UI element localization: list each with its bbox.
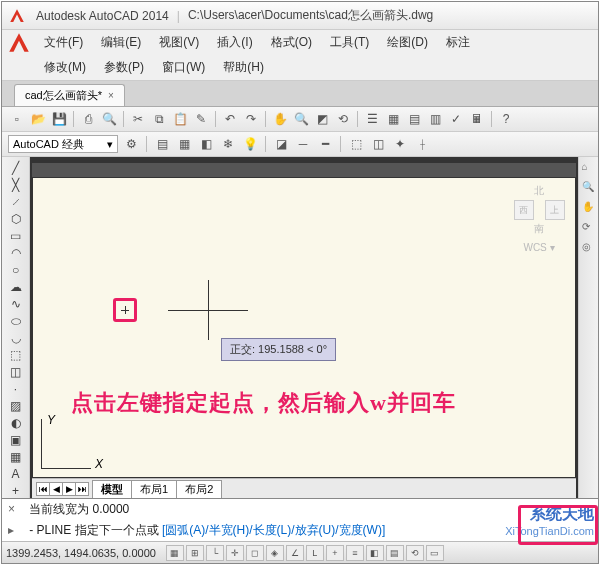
menu-format[interactable]: 格式(O) — [269, 32, 314, 53]
region-tool-icon[interactable]: ▣ — [6, 433, 26, 447]
design-center-icon[interactable]: ▦ — [384, 110, 402, 128]
layout-tab-layout1[interactable]: 布局1 — [131, 480, 177, 498]
menu-draw[interactable]: 绘图(D) — [385, 32, 430, 53]
zoom-window-icon[interactable]: ◩ — [313, 110, 331, 128]
insert-block-tool-icon[interactable]: ⬚ — [6, 348, 26, 362]
print-icon[interactable]: ⎙ — [79, 110, 97, 128]
copy-icon[interactable]: ⧉ — [150, 110, 168, 128]
app-menu-button[interactable] — [6, 30, 34, 58]
layout-nav-prev-icon[interactable]: ◀ — [49, 482, 63, 496]
lineweight-display-icon[interactable]: ≡ — [346, 545, 364, 561]
transparency-icon[interactable]: ◧ — [366, 545, 384, 561]
osnap-mode-icon[interactable]: ◻ — [246, 545, 264, 561]
table-tool-icon[interactable]: ▦ — [6, 450, 26, 464]
cut-icon[interactable]: ✂ — [129, 110, 147, 128]
properties-icon[interactable]: ☰ — [363, 110, 381, 128]
xline-tool-icon[interactable]: ╳ — [6, 178, 26, 192]
nav-pan-icon[interactable]: ✋ — [582, 201, 596, 215]
match-props-icon[interactable]: ✎ — [192, 110, 210, 128]
circle-tool-icon[interactable]: ○ — [6, 263, 26, 277]
pan-icon[interactable]: ✋ — [271, 110, 289, 128]
layout-tab-model[interactable]: 模型 — [92, 480, 132, 498]
hatch-tool-icon[interactable]: ▨ — [6, 399, 26, 413]
undo-icon[interactable]: ↶ — [221, 110, 239, 128]
ellipse-tool-icon[interactable]: ⬭ — [6, 314, 26, 328]
layer-freeze-icon[interactable]: ❄ — [219, 135, 237, 153]
viewcube-west[interactable]: 西 — [514, 200, 534, 220]
save-icon[interactable]: 💾 — [50, 110, 68, 128]
make-block-tb-icon[interactable]: ◫ — [369, 135, 387, 153]
line-tool-icon[interactable]: ╱ — [6, 161, 26, 175]
layout-nav-last-icon[interactable]: ⏭ — [75, 482, 89, 496]
make-block-tool-icon[interactable]: ◫ — [6, 365, 26, 379]
sheet-set-icon[interactable]: ▥ — [426, 110, 444, 128]
snap-mode-icon[interactable]: ▦ — [166, 545, 184, 561]
layer-iso-icon[interactable]: ◧ — [197, 135, 215, 153]
ellipse-arc-tool-icon[interactable]: ◡ — [6, 331, 26, 345]
menu-dimension[interactable]: 标注 — [444, 32, 472, 53]
menu-edit[interactable]: 编辑(E) — [99, 32, 143, 53]
arc-tool-icon[interactable]: ◠ — [6, 246, 26, 260]
viewcube-top[interactable]: 上 — [545, 200, 565, 220]
menu-window[interactable]: 窗口(W) — [160, 57, 207, 78]
paste-icon[interactable]: 📋 — [171, 110, 189, 128]
selection-cycling-icon[interactable]: ⟲ — [406, 545, 424, 561]
spline-tool-icon[interactable]: ∿ — [6, 297, 26, 311]
3dosnap-mode-icon[interactable]: ◈ — [266, 545, 284, 561]
otrack-mode-icon[interactable]: ∠ — [286, 545, 304, 561]
plot-preview-icon[interactable]: 🔍 — [100, 110, 118, 128]
menu-parametric[interactable]: 参数(P) — [102, 57, 146, 78]
layer-props-icon[interactable]: ▦ — [175, 135, 193, 153]
menu-modify[interactable]: 修改(M) — [42, 57, 88, 78]
document-tab[interactable]: cad怎么画箭头* × — [14, 84, 125, 106]
drawing-canvas[interactable]: 北 西 上 南 WCS ▾ 正交: 195.1588 < 0° — [32, 177, 576, 478]
rectangle-tool-icon[interactable]: ▭ — [6, 229, 26, 243]
menu-help[interactable]: 帮助(H) — [221, 57, 266, 78]
quickcalc-icon[interactable]: 🖩 — [468, 110, 486, 128]
explode-icon[interactable]: ✦ — [391, 135, 409, 153]
layer-off-icon[interactable]: 💡 — [241, 135, 259, 153]
addselect-tool-icon[interactable]: + — [6, 484, 26, 498]
ortho-mode-icon[interactable]: └ — [206, 545, 224, 561]
command-expand-icon[interactable]: × — [8, 502, 22, 516]
nav-zoom-icon[interactable]: 🔍 — [582, 181, 596, 195]
linetype-control-icon[interactable]: ─ — [294, 135, 312, 153]
layout-nav-next-icon[interactable]: ▶ — [62, 482, 76, 496]
coordinate-readout[interactable]: 1399.2453, 1494.0635, 0.0000 — [6, 547, 156, 559]
ducs-mode-icon[interactable]: L — [306, 545, 324, 561]
layout-tab-layout2[interactable]: 布局2 — [176, 480, 222, 498]
close-tab-icon[interactable]: × — [108, 90, 114, 101]
menu-view[interactable]: 视图(V) — [157, 32, 201, 53]
block-insert-tb-icon[interactable]: ⬚ — [347, 135, 365, 153]
measure-icon[interactable]: ⟊ — [413, 135, 431, 153]
help-icon[interactable]: ? — [497, 110, 515, 128]
ws-settings-icon[interactable]: ⚙ — [122, 135, 140, 153]
nav-home-icon[interactable]: ⌂ — [582, 161, 596, 175]
nav-orbit-icon[interactable]: ⟳ — [582, 221, 596, 235]
quick-props-icon[interactable]: ▤ — [386, 545, 404, 561]
lineweight-control-icon[interactable]: ━ — [316, 135, 334, 153]
layout-nav-first-icon[interactable]: ⏮ — [36, 482, 50, 496]
color-control-icon[interactable]: ◪ — [272, 135, 290, 153]
workspace-dropdown[interactable]: AutoCAD 经典 ▾ — [8, 135, 118, 153]
zoom-realtime-icon[interactable]: 🔍 — [292, 110, 310, 128]
layer-state-icon[interactable]: ▤ — [153, 135, 171, 153]
revcloud-tool-icon[interactable]: ☁ — [6, 280, 26, 294]
pline-tool-icon[interactable]: ⟋ — [6, 195, 26, 209]
tool-palettes-icon[interactable]: ▤ — [405, 110, 423, 128]
view-cube[interactable]: 北 西 上 南 WCS ▾ — [509, 184, 569, 253]
open-icon[interactable]: 📂 — [29, 110, 47, 128]
redo-icon[interactable]: ↷ — [242, 110, 260, 128]
new-icon[interactable]: ▫ — [8, 110, 26, 128]
markup-icon[interactable]: ✓ — [447, 110, 465, 128]
model-paper-toggle-icon[interactable]: ▭ — [426, 545, 444, 561]
command-options[interactable]: [圆弧(A)/半宽(H)/长度(L)/放弃(U)/宽度(W)] — [162, 523, 385, 537]
polar-mode-icon[interactable]: ✛ — [226, 545, 244, 561]
menu-file[interactable]: 文件(F) — [42, 32, 85, 53]
point-tool-icon[interactable]: · — [6, 382, 26, 396]
gradient-tool-icon[interactable]: ◐ — [6, 416, 26, 430]
mtext-tool-icon[interactable]: A — [6, 467, 26, 481]
menu-insert[interactable]: 插入(I) — [215, 32, 254, 53]
menu-tools[interactable]: 工具(T) — [328, 32, 371, 53]
polygon-tool-icon[interactable]: ⬡ — [6, 212, 26, 226]
